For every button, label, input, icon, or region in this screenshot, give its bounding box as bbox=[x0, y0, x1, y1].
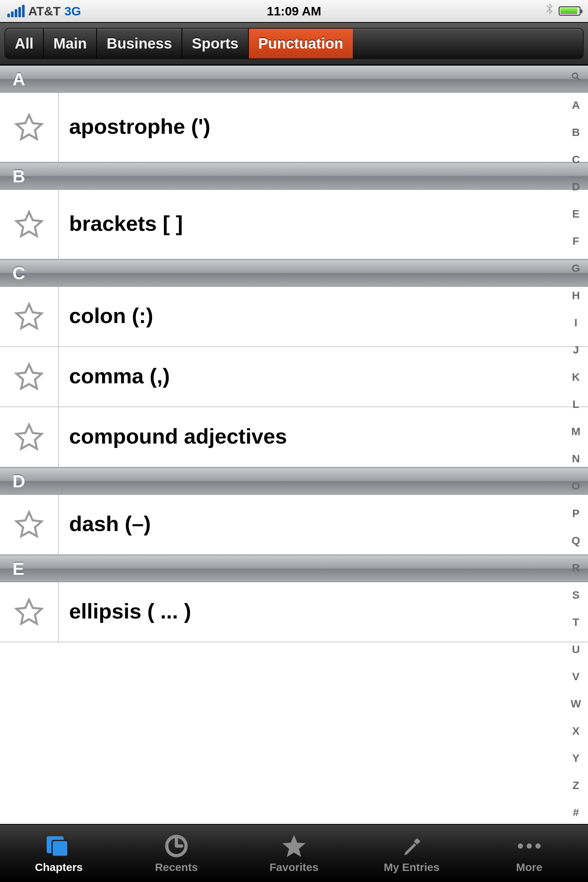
list-item-label: dash (–) bbox=[59, 505, 588, 544]
section-header: C bbox=[0, 260, 588, 286]
index-letter[interactable]: O bbox=[572, 480, 580, 491]
index-letter[interactable]: M bbox=[572, 426, 580, 437]
tab-label: Recents bbox=[155, 861, 198, 873]
favorite-star-icon[interactable] bbox=[0, 407, 59, 467]
recents-icon bbox=[162, 833, 191, 859]
chapters-icon bbox=[44, 833, 74, 859]
tab-favorites[interactable]: Favorites bbox=[235, 825, 353, 882]
carrier-label: AT&T bbox=[28, 4, 61, 18]
list-item[interactable]: comma (,) bbox=[0, 347, 588, 407]
favorites-icon bbox=[279, 833, 309, 859]
tab-label: My Entries bbox=[384, 861, 440, 873]
index-letter[interactable]: J bbox=[573, 344, 579, 356]
index-letter[interactable]: A bbox=[572, 100, 580, 111]
index-letter[interactable]: Y bbox=[572, 753, 579, 764]
index-letter[interactable]: U bbox=[572, 644, 580, 655]
tab-label: More bbox=[516, 861, 542, 873]
index-letter[interactable]: K bbox=[572, 372, 580, 382]
favorite-star-icon[interactable] bbox=[0, 190, 59, 259]
index-letter[interactable]: P bbox=[572, 508, 579, 519]
tab-recents[interactable]: Recents bbox=[118, 825, 235, 882]
list-item-label: compound adjectives bbox=[59, 417, 588, 457]
svg-rect-6 bbox=[414, 838, 420, 845]
tab-chapters[interactable]: Chapters bbox=[0, 825, 118, 882]
index-letter[interactable]: Q bbox=[572, 535, 580, 546]
index-letter[interactable]: G bbox=[572, 263, 580, 274]
list-item[interactable]: ellipsis ( ... ) bbox=[0, 582, 588, 642]
section-header: A bbox=[0, 65, 588, 93]
index-letter[interactable]: C bbox=[572, 154, 580, 165]
segment-main[interactable]: Main bbox=[44, 28, 97, 58]
network-type: 3G bbox=[64, 4, 81, 18]
category-bar: AllMainBusinessSportsPunctuation bbox=[0, 22, 588, 65]
more-icon bbox=[514, 833, 544, 859]
status-bar: AT&T 3G 11:09 AM bbox=[0, 0, 588, 22]
segment-punctuation[interactable]: Punctuation bbox=[249, 28, 353, 58]
list-item-label: colon (:) bbox=[59, 297, 588, 337]
list-item-label: apostrophe (') bbox=[59, 107, 588, 147]
list-item[interactable]: colon (:) bbox=[0, 286, 588, 347]
signal-icon bbox=[8, 5, 25, 17]
index-letter[interactable]: X bbox=[572, 726, 579, 736]
list-item[interactable]: brackets [ ] bbox=[0, 190, 588, 260]
favorite-star-icon[interactable] bbox=[0, 495, 59, 554]
list-item[interactable]: compound adjectives bbox=[0, 407, 588, 468]
index-letter[interactable]: # bbox=[573, 807, 579, 818]
index-letter[interactable]: V bbox=[572, 671, 579, 682]
index-letter[interactable]: T bbox=[573, 616, 579, 628]
favorite-star-icon[interactable] bbox=[0, 286, 59, 346]
my-entries-icon bbox=[397, 833, 426, 859]
tab-my-entries[interactable]: My Entries bbox=[353, 825, 470, 882]
entry-list[interactable]: Aapostrophe (')Bbrackets [ ]Ccolon (:)co… bbox=[0, 65, 588, 824]
battery-icon bbox=[559, 6, 580, 16]
index-letter[interactable]: S bbox=[572, 590, 579, 600]
index-letter[interactable]: W bbox=[571, 698, 581, 709]
index-letter[interactable]: B bbox=[572, 127, 580, 138]
svg-rect-4 bbox=[53, 841, 68, 856]
clock: 11:09 AM bbox=[267, 4, 321, 18]
tab-label: Chapters bbox=[35, 861, 82, 873]
search-icon[interactable] bbox=[571, 71, 581, 83]
tab-label: Favorites bbox=[269, 861, 318, 873]
bluetooth-icon bbox=[545, 3, 554, 19]
favorite-star-icon[interactable] bbox=[0, 347, 59, 406]
favorite-star-icon[interactable] bbox=[0, 582, 59, 642]
list-item-label: brackets [ ] bbox=[59, 204, 588, 244]
list-item[interactable]: apostrophe (') bbox=[0, 93, 588, 162]
list-item[interactable]: dash (–) bbox=[0, 495, 588, 555]
svg-line-1 bbox=[578, 78, 580, 81]
segment-all[interactable]: All bbox=[5, 28, 44, 58]
section-header: B bbox=[0, 162, 588, 190]
index-letter[interactable]: H bbox=[572, 290, 580, 301]
index-letter[interactable]: E bbox=[572, 208, 579, 219]
index-letter[interactable]: N bbox=[572, 453, 580, 464]
index-letter[interactable]: F bbox=[573, 236, 579, 247]
tab-more[interactable]: More bbox=[470, 825, 588, 882]
svg-point-0 bbox=[573, 73, 578, 78]
segment-sports[interactable]: Sports bbox=[182, 28, 249, 58]
list-item-label: comma (,) bbox=[59, 357, 588, 397]
index-letter[interactable]: L bbox=[573, 399, 579, 410]
tab-bar: ChaptersRecentsFavoritesMy EntriesMore bbox=[0, 824, 588, 882]
index-letter[interactable]: D bbox=[572, 181, 580, 192]
index-letter[interactable]: Z bbox=[573, 780, 579, 791]
index-letter[interactable]: R bbox=[572, 562, 580, 573]
section-index[interactable]: ABCDEFGHIJKLMNOPQRSTUVWXYZ# bbox=[566, 69, 586, 820]
section-header: E bbox=[0, 555, 588, 582]
segment-business[interactable]: Business bbox=[97, 28, 182, 58]
section-header: D bbox=[0, 468, 588, 495]
favorite-star-icon[interactable] bbox=[0, 93, 59, 162]
list-item-label: ellipsis ( ... ) bbox=[59, 592, 588, 632]
index-letter[interactable]: I bbox=[574, 317, 578, 328]
